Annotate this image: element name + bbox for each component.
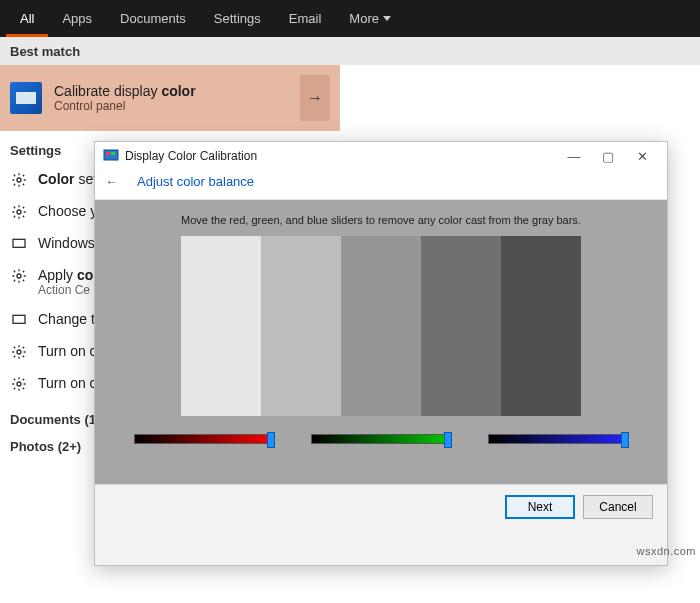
cancel-button[interactable]: Cancel	[583, 495, 653, 519]
wizard-buttons: Next Cancel	[95, 484, 667, 529]
svg-point-6	[17, 382, 21, 386]
titlebar[interactable]: Display Color Calibration — ▢ ✕	[95, 142, 667, 170]
gear-icon	[10, 203, 28, 221]
list-item-label: Color set	[38, 171, 97, 187]
svg-rect-8	[106, 152, 110, 155]
gear-icon	[10, 343, 28, 361]
tab-settings[interactable]: Settings	[200, 0, 275, 37]
list-item-label: Turn on c	[38, 343, 97, 359]
calibration-pane: Move the red, green, and blue sliders to…	[95, 200, 667, 484]
back-button[interactable]: ←	[105, 174, 118, 189]
wizard-header: ← Adjust color balance	[95, 170, 667, 200]
blue-slider[interactable]	[488, 434, 628, 444]
watermark: wsxdn.com	[636, 545, 696, 557]
display-icon	[10, 311, 28, 329]
minimize-button[interactable]: —	[557, 142, 591, 170]
green-slider[interactable]	[311, 434, 451, 444]
tab-more[interactable]: More	[335, 0, 405, 37]
tab-documents[interactable]: Documents	[106, 0, 200, 37]
list-item-label: Change t	[38, 311, 95, 327]
display-icon	[10, 235, 28, 253]
wizard-heading: Adjust color balance	[137, 174, 254, 189]
best-match-result[interactable]: Calibrate display color Control panel →	[0, 65, 340, 131]
result-subtitle: Control panel	[54, 99, 288, 113]
monitor-calibrate-icon	[10, 82, 42, 114]
gray-bar	[181, 236, 261, 416]
maximize-button[interactable]: ▢	[591, 142, 625, 170]
list-item-label: Apply colAction Ce	[38, 267, 97, 297]
svg-point-5	[17, 350, 21, 354]
list-item-label: Turn on c	[38, 375, 97, 391]
color-calibration-window: Display Color Calibration — ▢ ✕ ← Adjust…	[94, 141, 668, 566]
svg-point-3	[17, 274, 21, 278]
gray-bar	[501, 236, 581, 416]
result-title: Calibrate display color	[54, 83, 288, 99]
calibration-logo-icon	[103, 148, 119, 164]
close-button[interactable]: ✕	[625, 142, 659, 170]
svg-rect-9	[111, 152, 115, 155]
gear-icon	[10, 171, 28, 189]
result-open-arrow[interactable]: →	[300, 75, 330, 121]
gray-bar	[341, 236, 421, 416]
red-slider[interactable]	[134, 434, 274, 444]
gear-icon	[10, 267, 28, 285]
gray-bar	[421, 236, 501, 416]
window-title: Display Color Calibration	[125, 149, 257, 163]
tab-all[interactable]: All	[6, 0, 48, 37]
gray-bar	[261, 236, 341, 416]
gray-bars	[181, 236, 581, 416]
svg-point-0	[17, 178, 21, 182]
slider-thumb[interactable]	[621, 432, 629, 448]
tab-email[interactable]: Email	[275, 0, 336, 37]
tab-apps[interactable]: Apps	[48, 0, 106, 37]
instruction-text: Move the red, green, and blue sliders to…	[181, 214, 581, 226]
chevron-down-icon	[383, 16, 391, 21]
list-item-label: Windows	[38, 235, 95, 251]
list-item-label: Choose y	[38, 203, 97, 219]
next-button[interactable]: Next	[505, 495, 575, 519]
svg-rect-2	[13, 239, 25, 247]
search-tabs: All Apps Documents Settings Email More	[0, 0, 700, 37]
slider-thumb[interactable]	[267, 432, 275, 448]
slider-thumb[interactable]	[444, 432, 452, 448]
best-match-header: Best match	[0, 37, 700, 65]
svg-point-1	[17, 210, 21, 214]
gear-icon	[10, 375, 28, 393]
rgb-sliders	[115, 434, 647, 444]
svg-rect-4	[13, 315, 25, 323]
